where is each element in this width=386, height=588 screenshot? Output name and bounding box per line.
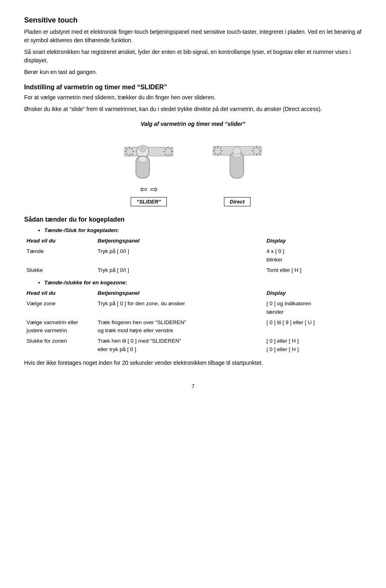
bullet1-item: Tænde-/Sluk for kogepladen: [44, 227, 362, 233]
page-title: Sensitive touch [24, 16, 362, 25]
page-number: 7 [24, 383, 362, 389]
direct-svg [209, 131, 265, 183]
table2-header-row: Hvad vil du Betjeningspanel Display [24, 288, 362, 298]
bullet-list-2: Tænde-/slukke for en kogezone: [36, 280, 362, 286]
table1-row1-col2: Tryk på [ 0/I ] [95, 246, 264, 265]
bullet1-text: Tænde-/Sluk for kogepladen: [44, 227, 119, 233]
table-kogepladen: Hvad vil du Betjeningspanel Display Tænd… [24, 236, 362, 275]
arrow-left-icon: ⇦ [140, 184, 147, 195]
svg-point-40 [233, 147, 241, 155]
section-kogepladen: Sådan tænder du for kogepladen Tænde-/Sl… [24, 216, 362, 367]
table-row: Tænde Tryk på [ 0/I ] 4 x [ 0 ]blinker [24, 246, 362, 265]
svg-point-20 [139, 156, 147, 162]
table1-col2-header: Betjeningspanel [95, 236, 264, 246]
table1-row2-col2: Tryk på [ 0/I ] [95, 265, 264, 275]
svg-point-10 [140, 147, 146, 152]
slider-arrows: ⇦ ⇨ [121, 184, 177, 195]
table1-row2-col1: Slukke [24, 265, 95, 275]
table-row: Vælge varmetrin ellerjustere varmetrin T… [24, 317, 362, 336]
slider-figure: ⇦ ⇨ “SLIDER” [121, 132, 177, 206]
section2-para1: For at vælge varmetrin med slideren, træ… [24, 93, 362, 102]
section-slider: Indstilling af varmetrin og timer med “S… [24, 84, 362, 113]
table2-row2-col1: Vælge varmetrin ellerjustere varmetrin [24, 317, 95, 336]
table-row: Slukke for zonen Træk hen til [ 0 ] med … [24, 336, 362, 355]
table2-row1-col3: [ 0 ] og indikatorentænder [264, 298, 362, 317]
section3-title: Sådan tænder du for kogepladen [24, 216, 362, 223]
table-kogezone: Hvad vil du Betjeningspanel Display Vælg… [24, 288, 362, 355]
table2-row2-col2: Træk fingeren hen over “SLIDEREN”og træk… [95, 317, 264, 336]
table1-row2-col3: Tomt eller [ H ] [264, 265, 362, 275]
table1-col1-header: Hvad vil du [24, 236, 95, 246]
direct-label: Direct [224, 197, 251, 206]
table2-row1-col1: Vælge zone [24, 298, 95, 317]
table-row: Slukke Tryk på [ 0/I ] Tomt eller [ H ] [24, 265, 362, 275]
slider-label: “SLIDER” [131, 197, 167, 206]
arrow-right-icon: ⇨ [150, 184, 158, 195]
section2-para2: Ønsker du ikke at “slide” frem til varme… [24, 105, 362, 113]
table-row: Vælge zone Tryk på [ 0 ] for den zone, d… [24, 298, 362, 317]
table2-col2-header: Betjeningspanel [95, 288, 264, 298]
table2-row1-col2: Tryk på [ 0 ] for den zone, du ønsker [95, 298, 264, 317]
bullet2-text: Tænde-/slukke for en kogezone: [44, 280, 127, 286]
section2-title: Indstilling af varmetrin og timer med “S… [24, 84, 362, 91]
bullet2-item: Tænde-/slukke for en kogezone: [44, 280, 362, 286]
table2-row3-col1: Slukke for zonen [24, 336, 95, 355]
diagram-row: ⇦ ⇨ “SLIDER” [121, 131, 265, 206]
last-paragraph: Hvis der ikke foretages noget inden for … [24, 359, 362, 367]
table1-row1-col1: Tænde [24, 246, 95, 265]
diagram-container: Valg af varmetrin og timer med “slider” [24, 121, 362, 209]
table1-row1-col3: 4 x [ 0 ]blinker [264, 246, 362, 265]
table2-row3-col3: [ 0 ] eller [ H ][ 0 ] eller [ H ] [264, 336, 362, 355]
table2-row2-col3: [ 0 ] til [ 9 ] eller [ U ] [264, 317, 362, 336]
direct-figure: Direct [209, 131, 265, 206]
page-section-title: Sensitive touch Pladen er udstyret med e… [24, 16, 362, 76]
table1-header-row: Hvad vil du Betjeningspanel Display [24, 236, 362, 246]
table2-row3-col2: Træk hen til [ 0 ] med “SLIDEREN”eller t… [95, 336, 264, 355]
table2-col1-header: Hvad vil du [24, 288, 95, 298]
intro-paragraph-1: Pladen er udstyret med et elektronisk fi… [24, 28, 362, 45]
diagram-title: Valg af varmetrin og timer med “slider” [141, 121, 245, 127]
intro-paragraph-2: Så snart elektronikken har registreret ø… [24, 48, 362, 65]
slider-svg [121, 132, 177, 184]
table2-col3-header: Display [264, 288, 362, 298]
table1-col3-header: Display [264, 236, 362, 246]
bullet-list-1: Tænde-/Sluk for kogepladen: [36, 227, 362, 233]
intro-paragraph-3: Berør kun en tast ad gangen. [24, 68, 362, 76]
